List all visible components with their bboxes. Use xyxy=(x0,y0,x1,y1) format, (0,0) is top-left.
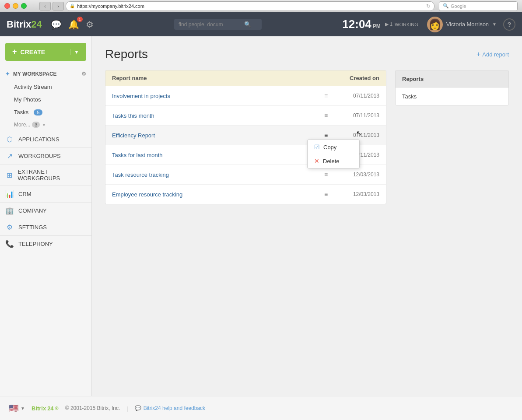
crm-label: CRM xyxy=(18,191,32,197)
footer-logo: Bitrix24® xyxy=(32,405,59,412)
search-icon: 🔍 xyxy=(443,3,449,9)
workspace-icon: ✦ xyxy=(5,71,10,77)
sidebar-item-tasks[interactable]: Tasks 5 xyxy=(0,106,91,119)
clock-ampm: PM xyxy=(373,23,381,29)
settings-icon[interactable]: ⚙ xyxy=(86,19,94,30)
browser-search[interactable]: 🔍 Google xyxy=(439,1,518,11)
telephony-icon: 📞 xyxy=(5,240,14,248)
right-sidebar-reports[interactable]: Reports xyxy=(396,70,508,88)
add-report-link[interactable]: + Add report xyxy=(476,50,509,58)
table-row-efficiency[interactable]: Efficiency Report ≡ 07/11/2013 ☑ Copy ✕ … xyxy=(105,126,386,145)
settings-label: SETTINGS xyxy=(18,224,47,231)
user-name: Victoria Morrison xyxy=(446,21,489,28)
logo-number: 24 xyxy=(31,19,42,30)
crm-icon: 📊 xyxy=(5,190,14,198)
search-placeholder: Google xyxy=(451,4,466,9)
sidebar-item-settings[interactable]: ⚙ SETTINGS xyxy=(0,219,91,235)
workgroups-label: WORKGROUPS xyxy=(18,153,61,159)
table-row[interactable]: Involvement in projects ≡ 07/11/2013 xyxy=(105,86,386,106)
row-name[interactable]: Efficiency Report xyxy=(112,132,322,139)
back-button[interactable]: ‹ xyxy=(39,2,51,10)
row-date: 07/11/2013 xyxy=(336,132,379,138)
sidebar-item-workgroups[interactable]: ↗ WORKGROUPS xyxy=(0,147,91,164)
minimize-button[interactable] xyxy=(13,3,18,9)
reload-icon[interactable]: ↻ xyxy=(426,3,431,9)
logo-text: Bitrix xyxy=(7,19,31,30)
search-magnifier-icon: 🔍 xyxy=(244,21,251,28)
sidebar-item-activity[interactable]: Activity Stream xyxy=(0,80,91,93)
footer: 🇺🇸 ▼ Bitrix24® © 2001-2015 Bitrix, Inc. … xyxy=(0,396,522,420)
row-menu-icon[interactable]: ≡ xyxy=(322,91,336,100)
my-workspace-label: MY WORKSPACE xyxy=(13,71,57,77)
create-dropdown-icon: ▼ xyxy=(70,49,79,55)
notification-icon[interactable]: 🔔 1 xyxy=(68,19,79,30)
table-header: Report name Created on xyxy=(105,70,386,86)
delete-icon: ✕ xyxy=(314,158,319,164)
delete-label: Delete xyxy=(323,158,340,164)
workspace-settings-icon[interactable]: ⚙ xyxy=(81,71,86,77)
delete-menu-item[interactable]: ✕ Delete xyxy=(308,154,359,168)
applications-label: APPLICATIONS xyxy=(18,136,60,143)
forward-button[interactable]: › xyxy=(53,2,64,10)
col-icon-header xyxy=(322,75,336,81)
url-text: https://mycompany.bitrix24.com xyxy=(77,4,144,9)
feedback-link[interactable]: 💬 Bitrix24 help and feedback xyxy=(135,405,205,411)
add-report-label: Add report xyxy=(482,51,509,58)
address-bar[interactable]: 🔒 https://mycompany.bitrix24.com ↻ xyxy=(66,1,434,11)
sidebar-item-applications[interactable]: ⬡ APPLICATIONS xyxy=(0,131,91,147)
page-header: Reports + Add report xyxy=(105,47,509,61)
row-name[interactable]: Task resource tracking xyxy=(112,172,322,178)
sidebar-item-crm[interactable]: 📊 CRM xyxy=(0,186,91,202)
close-button[interactable] xyxy=(4,3,10,9)
maximize-button[interactable] xyxy=(21,3,27,9)
chat-icon[interactable]: 💬 xyxy=(51,19,62,30)
flag-icon: 🇺🇸 xyxy=(9,403,18,413)
table-row[interactable]: Tasks this month ≡ 07/11/2013 xyxy=(105,106,386,126)
search-input[interactable] xyxy=(179,21,244,28)
reports-table: Report name Created on Involvement in pr… xyxy=(105,70,386,204)
add-plus-icon: + xyxy=(476,50,480,58)
create-button[interactable]: + CREATE ▼ xyxy=(5,43,86,61)
row-menu-icon[interactable]: ≡ xyxy=(322,170,336,179)
sidebar-item-extranet[interactable]: ⊞ EXTRANET WORKGROUPS xyxy=(0,164,91,186)
applications-icon: ⬡ xyxy=(5,135,14,144)
company-icon: 🏢 xyxy=(5,206,14,215)
sidebar-item-company[interactable]: 🏢 COMPANY xyxy=(0,202,91,219)
copy-menu-item[interactable]: ☑ Copy xyxy=(308,140,359,154)
context-menu: ☑ Copy ✕ Delete xyxy=(307,140,360,168)
photos-label: My Photos xyxy=(14,96,41,103)
row-menu-icon[interactable]: ≡ xyxy=(322,111,336,120)
sidebar-item-more[interactable]: More... 3 ▼ xyxy=(0,119,91,131)
settings-nav-icon: ⚙ xyxy=(5,223,14,231)
language-selector[interactable]: 🇺🇸 ▼ xyxy=(9,403,25,413)
row-menu-icon[interactable]: ≡ xyxy=(322,190,336,199)
help-button[interactable]: ? xyxy=(503,18,515,31)
more-dropdown-icon: ▼ xyxy=(42,122,46,127)
row-name[interactable]: Tasks for last month xyxy=(112,152,322,158)
row-date: 07/11/2013 xyxy=(336,112,379,119)
table-row[interactable]: Employee resource tracking ≡ 12/03/2013 xyxy=(105,185,386,204)
my-workspace-header[interactable]: ✦ MY WORKSPACE ⚙ xyxy=(0,67,91,80)
sidebar-item-photos[interactable]: My Photos xyxy=(0,93,91,106)
extranet-icon: ⊞ xyxy=(5,171,13,179)
copy-label: Copy xyxy=(323,144,336,150)
logo[interactable]: Bitrix24 xyxy=(7,19,42,30)
sidebar-item-telephony[interactable]: 📞 TELEPHONY xyxy=(0,235,91,252)
extranet-label: EXTRANET WORKGROUPS xyxy=(18,168,86,182)
more-label: More... xyxy=(14,122,30,128)
user-menu[interactable]: 👩 Victoria Morrison ▼ xyxy=(427,17,497,32)
search-box[interactable]: 🔍 xyxy=(174,19,262,30)
notification-badge: 1 xyxy=(77,17,83,22)
working-status[interactable]: ▶ 1 WORKING xyxy=(385,21,418,27)
row-name[interactable]: Tasks this month xyxy=(112,112,322,119)
row-date: 12/03/2013 xyxy=(336,191,379,197)
row-name[interactable]: Involvement in projects xyxy=(112,93,322,99)
row-name[interactable]: Employee resource tracking xyxy=(112,191,322,198)
right-sidebar: Reports Tasks xyxy=(395,70,509,204)
right-sidebar-tasks[interactable]: Tasks xyxy=(396,88,508,105)
create-plus-icon: + xyxy=(12,47,17,56)
footer-copyright: © 2001-2015 Bitrix, Inc. xyxy=(65,405,120,411)
row-menu-icon-active[interactable]: ≡ xyxy=(322,131,336,140)
more-badge: 3 xyxy=(32,122,40,128)
footer-divider: | xyxy=(126,405,128,412)
